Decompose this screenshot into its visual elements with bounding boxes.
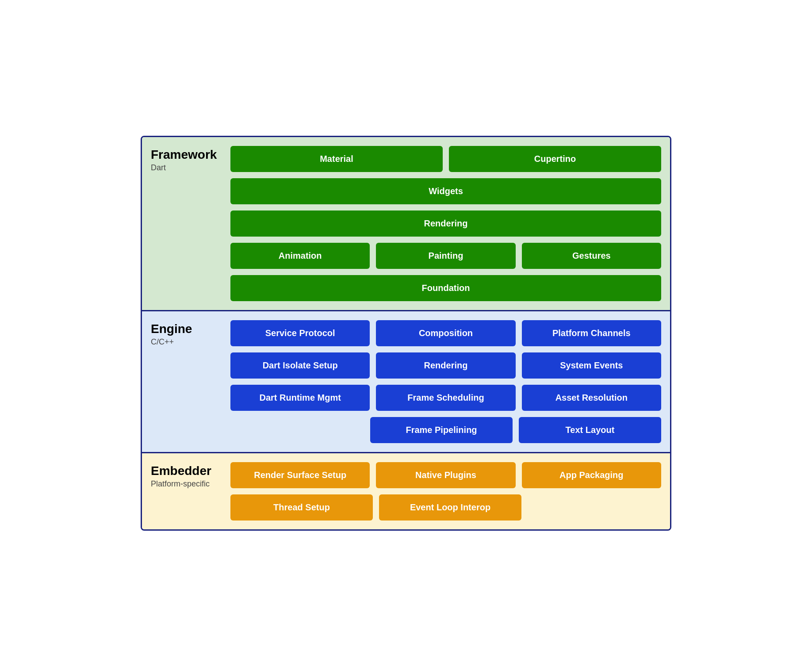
btn-widgets[interactable]: Widgets xyxy=(230,178,661,204)
btn-thread-setup[interactable]: Thread Setup xyxy=(230,494,373,521)
btn-rendering[interactable]: Rendering xyxy=(230,211,661,237)
button-row-engine-1: Dart Isolate SetupRenderingSystem Events xyxy=(230,352,661,379)
layer-subtitle-embedder: Platform-specific xyxy=(151,479,226,489)
btn-app-packaging[interactable]: App Packaging xyxy=(522,462,661,488)
layer-engine: EngineC/C++Service ProtocolCompositionPl… xyxy=(142,311,670,453)
layer-title-framework: Framework xyxy=(151,148,226,162)
layer-label-embedder: EmbedderPlatform-specific xyxy=(151,462,230,521)
empty-placeholder-engine-3-0 xyxy=(230,417,364,443)
btn-animation[interactable]: Animation xyxy=(230,243,370,269)
button-row-engine-2: Dart Runtime MgmtFrame SchedulingAsset R… xyxy=(230,385,661,411)
empty-placeholder-embedder-1-2 xyxy=(528,494,661,521)
btn-composition[interactable]: Composition xyxy=(376,320,515,346)
layer-label-engine: EngineC/C++ xyxy=(151,320,230,443)
layer-content-engine: Service ProtocolCompositionPlatform Chan… xyxy=(230,320,661,443)
layer-subtitle-framework: Dart xyxy=(151,163,226,172)
layer-title-embedder: Embedder xyxy=(151,464,226,478)
button-row-embedder-1: Thread SetupEvent Loop Interop xyxy=(230,494,661,521)
btn-native-plugins[interactable]: Native Plugins xyxy=(376,462,515,488)
btn-dart-runtime-mgmt[interactable]: Dart Runtime Mgmt xyxy=(230,385,370,411)
btn-platform-channels[interactable]: Platform Channels xyxy=(522,320,661,346)
button-row-framework-0: MaterialCupertino xyxy=(230,146,661,172)
layer-title-engine: Engine xyxy=(151,322,226,336)
button-row-framework-3: AnimationPaintingGestures xyxy=(230,243,661,269)
button-row-framework-2: Rendering xyxy=(230,211,661,237)
btn-gestures[interactable]: Gestures xyxy=(522,243,661,269)
layer-label-framework: FrameworkDart xyxy=(151,146,230,301)
button-row-framework-1: Widgets xyxy=(230,178,661,204)
layer-content-embedder: Render Surface SetupNative PluginsApp Pa… xyxy=(230,462,661,521)
btn-system-events[interactable]: System Events xyxy=(522,352,661,379)
btn-dart-isolate-setup[interactable]: Dart Isolate Setup xyxy=(230,352,370,379)
btn-frame-scheduling[interactable]: Frame Scheduling xyxy=(376,385,515,411)
btn-asset-resolution[interactable]: Asset Resolution xyxy=(522,385,661,411)
button-row-engine-3: Frame PipeliningText Layout xyxy=(230,417,661,443)
btn-cupertino[interactable]: Cupertino xyxy=(449,146,661,172)
flutter-architecture-diagram: FrameworkDartMaterialCupertinoWidgetsRen… xyxy=(141,136,671,531)
btn-material[interactable]: Material xyxy=(230,146,443,172)
layer-content-framework: MaterialCupertinoWidgetsRenderingAnimati… xyxy=(230,146,661,301)
layer-embedder: EmbedderPlatform-specificRender Surface … xyxy=(142,453,670,529)
btn-event-loop-interop[interactable]: Event Loop Interop xyxy=(379,494,521,521)
button-row-embedder-0: Render Surface SetupNative PluginsApp Pa… xyxy=(230,462,661,488)
btn-painting[interactable]: Painting xyxy=(376,243,515,269)
btn-frame-pipelining[interactable]: Frame Pipelining xyxy=(370,417,513,443)
button-row-engine-0: Service ProtocolCompositionPlatform Chan… xyxy=(230,320,661,346)
btn-foundation[interactable]: Foundation xyxy=(230,275,661,301)
button-row-framework-4: Foundation xyxy=(230,275,661,301)
btn-service-protocol[interactable]: Service Protocol xyxy=(230,320,370,346)
layer-framework: FrameworkDartMaterialCupertinoWidgetsRen… xyxy=(142,137,670,311)
btn-render-surface-setup[interactable]: Render Surface Setup xyxy=(230,462,370,488)
btn-rendering[interactable]: Rendering xyxy=(376,352,515,379)
layer-subtitle-engine: C/C++ xyxy=(151,337,226,347)
btn-text-layout[interactable]: Text Layout xyxy=(519,417,661,443)
